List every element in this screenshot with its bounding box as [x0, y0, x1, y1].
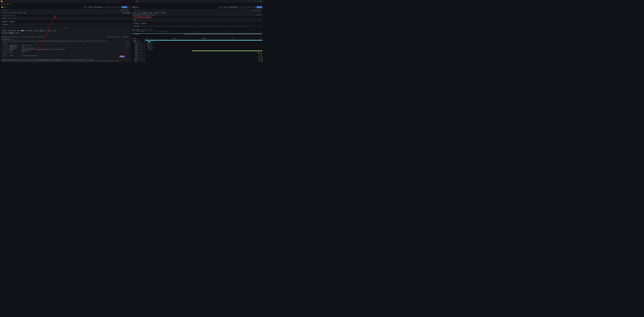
live-tail-icon[interactable]: [128, 6, 131, 8]
stats-icon[interactable]: [8, 45, 8, 46]
download-button[interactable]: Download: [122, 36, 130, 38]
span-log-icon[interactable]: [144, 41, 145, 42]
log-line[interactable]: ▸ 2023-07-23 08:46:59,967 INFO [httpx] […: [2, 60, 126, 62]
share-icon[interactable]: [10, 3, 12, 5]
span-log-icon[interactable]: [144, 58, 145, 59]
span-row[interactable]: app-a / http send (364 364.92μs: [132, 46, 262, 47]
time-dropdown-icon[interactable]: [244, 6, 247, 8]
stats-icon[interactable]: [5, 55, 6, 56]
stats-icon[interactable]: [8, 50, 8, 51]
span-row[interactable]: app-a / http receive (2 28.54μs: [132, 42, 262, 44]
eye-icon[interactable]: [6, 46, 7, 47]
close-button[interactable]: Close: [222, 6, 228, 8]
query-code-input[interactable]: {compose_service="app-a"}: [1, 14, 130, 16]
explain-toggle[interactable]: [24, 12, 26, 14]
inspector-button[interactable]: Inspector: [140, 22, 147, 24]
unique-labels-toggle[interactable]: [14, 30, 16, 31]
span-row[interactable]: ▾ app-a / (32.63ms) 32.63ms: [132, 41, 262, 42]
log-line[interactable]: ▸ 2023-07-23 08:46:59,968 INFO [root] [m…: [2, 59, 126, 60]
run-query-button[interactable]: [122, 6, 124, 8]
query-type-service-graph[interactable]: Service Graph: [153, 12, 160, 14]
span-log-icon[interactable]: [144, 61, 145, 62]
copy-icon[interactable]: [122, 10, 124, 11]
add-query-button[interactable]: Add query: [1, 20, 8, 22]
trace-find-input[interactable]: [247, 28, 257, 30]
span-log-icon[interactable]: [144, 44, 145, 45]
builder-tab[interactable]: Builder: [122, 12, 126, 14]
zoom-in-icon[interactable]: [4, 48, 4, 48]
dedup-numbers[interactable]: Numbers: [47, 30, 52, 32]
zoom-out-icon[interactable]: [5, 48, 6, 48]
zoom-in-icon[interactable]: [4, 49, 4, 50]
split-icon[interactable]: [218, 6, 221, 8]
span-row[interactable]: app-b /io_task http rec 4.39ms: [132, 53, 262, 54]
label-browser-button[interactable]: Label browser: [11, 12, 18, 14]
add-to-dashboard-button[interactable]: Add to dashboard: [228, 6, 238, 8]
eye-icon[interactable]: [6, 48, 7, 48]
next-result-icon[interactable]: [258, 28, 260, 30]
wrap-lines-toggle[interactable]: [21, 30, 24, 31]
prettify-json-toggle[interactable]: [30, 30, 32, 31]
add-query-button[interactable]: Add query: [132, 22, 140, 24]
news-icon[interactable]: [256, 0, 258, 2]
span-log-icon[interactable]: [144, 40, 145, 41]
span-log-icon[interactable]: [144, 55, 145, 56]
time-dropdown-icon[interactable]: [109, 6, 112, 8]
query-type-loki-search[interactable]: Loki Search: [160, 12, 166, 14]
history-forward-icon[interactable]: [115, 6, 118, 8]
help-icon[interactable]: [254, 0, 256, 2]
zoom-in-icon[interactable]: [4, 46, 4, 47]
close-button[interactable]: Close: [87, 6, 92, 8]
span-row[interactable]: ▾ app-b /io_task (1.02s) 1.02s: [132, 50, 262, 52]
stats-icon[interactable]: [8, 49, 8, 50]
eye-icon[interactable]: [6, 49, 7, 50]
link-icon[interactable]: [112, 6, 115, 8]
span-row[interactable]: app-a / http receive (1. 1.67ms: [132, 44, 262, 46]
eye-icon[interactable]: [4, 55, 4, 56]
run-dropdown-icon[interactable]: [124, 6, 128, 8]
double-chevron-icon[interactable]: [140, 38, 140, 39]
span-log-icon[interactable]: [144, 56, 145, 57]
drag-icon[interactable]: [260, 10, 262, 11]
trash-icon[interactable]: [258, 10, 260, 11]
trace-minimap[interactable]: [132, 33, 262, 37]
datasource-picker[interactable]: Tempo: [132, 6, 140, 8]
time-picker-icon[interactable]: [106, 6, 109, 8]
span-row[interactable]: app-a / http send (53.1 53.13μs: [132, 47, 262, 49]
span-row[interactable]: app-a / http send (101. 101.42μs: [132, 48, 262, 50]
span-log-icon[interactable]: [144, 52, 145, 53]
zoom-out-icon[interactable]: [5, 46, 6, 47]
history-forward-icon[interactable]: [250, 6, 253, 8]
span-log-icon[interactable]: [144, 46, 145, 47]
eye-icon[interactable]: [256, 10, 258, 11]
prev-result-icon[interactable]: [260, 28, 262, 30]
documentation-link[interactable]: Documentation: [256, 14, 262, 16]
zoom-out-icon[interactable]: [5, 49, 6, 50]
zoom-out-icon[interactable]: [5, 45, 6, 46]
inspector-button[interactable]: Inspector: [8, 20, 16, 22]
query-type-traceql[interactable]: TraceQL: [142, 12, 147, 14]
span-row[interactable]: ▾ app-a /chain (1.7s): [132, 40, 262, 41]
span-log-icon[interactable]: [144, 50, 145, 51]
node-graph-section[interactable]: Node graph: [132, 25, 262, 27]
query-type-search[interactable]: Search: [138, 12, 142, 14]
drag-icon[interactable]: [128, 10, 130, 11]
options-row[interactable]: Options Type: Range Line limit: 1000: [1, 18, 130, 19]
options-row[interactable]: Options Limit: 20: [133, 19, 262, 21]
time-toggle[interactable]: [4, 30, 7, 31]
trash-icon[interactable]: [126, 10, 128, 11]
copy-icon[interactable]: [254, 10, 256, 11]
span-log-icon[interactable]: [144, 59, 145, 60]
log-line[interactable]: ▾ 2023-07-23 08:46:59,968 INFO [uvicorn.…: [2, 40, 126, 42]
zoom-out-icon[interactable]: [5, 50, 6, 51]
tempo-link-button[interactable]: Tempo: [120, 56, 124, 57]
span-log-icon[interactable]: [144, 53, 145, 54]
logs-volume-section[interactable]: Logs volume: [1, 23, 131, 26]
zoom-in-icon[interactable]: [4, 50, 4, 51]
signin-link[interactable]: Sign in: [260, 1, 262, 2]
kick-start-button[interactable]: Kick start your query: [1, 12, 10, 14]
query-type-json-file[interactable]: JSON File: [147, 12, 153, 14]
dedup-none[interactable]: None: [39, 30, 43, 32]
zoom-out-icon[interactable]: [5, 52, 6, 53]
dropdown-caret[interactable]: ▾: [251, 1, 252, 2]
